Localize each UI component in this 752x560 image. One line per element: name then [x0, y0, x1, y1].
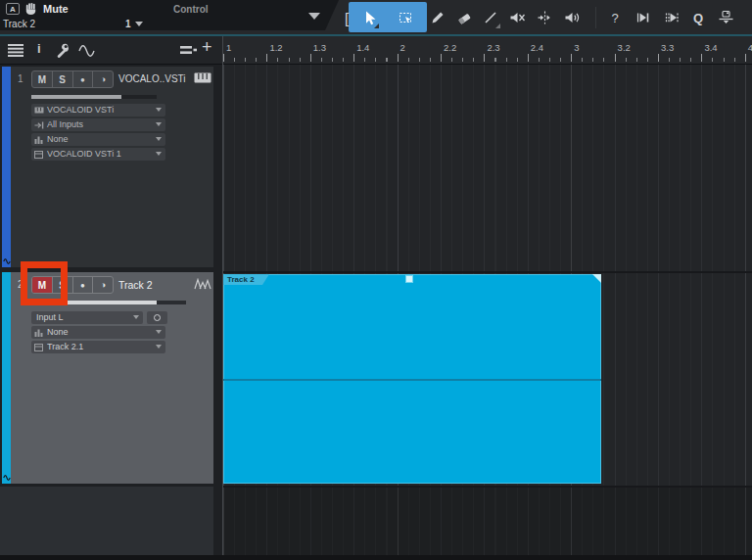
clip-selection-handle[interactable]: [405, 275, 413, 283]
automation-info-tab[interactable]: A Mute Track 2 1 Control: [0, 0, 339, 30]
track-lane-separator: [223, 271, 752, 273]
layout-icon[interactable]: [180, 45, 197, 56]
clip-name-label: Track 2: [227, 275, 255, 284]
channel-icon: [34, 151, 43, 159]
track2-color-strip: [2, 272, 11, 484]
chevron-down-icon: [156, 137, 162, 141]
line-tool-icon[interactable]: [478, 4, 503, 31]
audio-waveform-icon: [194, 278, 212, 290]
track1-channel-dropdown[interactable]: VOCALOID VSTi 1: [31, 148, 165, 161]
dropdown-label: VOCALOID VSTi: [47, 105, 114, 115]
track1-record-arm-button[interactable]: ●: [72, 71, 93, 87]
track2-name[interactable]: Track 2: [118, 279, 153, 291]
panel-arrange-divider[interactable]: [222, 36, 223, 555]
clip-track2[interactable]: Track 2: [223, 274, 601, 484]
circle-icon: [154, 314, 161, 321]
help-icon[interactable]: ?: [602, 4, 628, 31]
macro-icon[interactable]: [713, 4, 738, 31]
track1-volume-slider[interactable]: [31, 95, 157, 99]
track-lane-separator: [223, 486, 752, 488]
ruler-beat-ticks: [223, 54, 752, 62]
hand-icon: [24, 1, 38, 16]
listen-tool-icon[interactable]: [559, 4, 585, 31]
control-dropdown-caret-icon[interactable]: [308, 13, 320, 20]
ruler-label: 2.4: [531, 42, 543, 53]
track1-monitor-button[interactable]: ◑: [92, 71, 113, 87]
ruler-label: 2: [400, 42, 405, 53]
ruler-label: 1: [226, 42, 231, 53]
toolbar-separator: [595, 7, 596, 28]
keyboard-icon: [34, 107, 44, 114]
track2-output-dropdown[interactable]: None: [31, 326, 165, 339]
info-icon[interactable]: i: [37, 41, 41, 56]
chevron-down-icon: [156, 108, 162, 112]
track1-name[interactable]: VOCALO..VSTi: [118, 73, 186, 84]
quantize-icon[interactable]: Q: [685, 4, 711, 31]
add-track-icon[interactable]: +: [202, 37, 212, 58]
bottom-scrollbar[interactable]: [0, 555, 752, 560]
menu-icon[interactable]: [8, 44, 24, 57]
input-monitor-circle-button[interactable]: [147, 311, 167, 324]
meter-icon: [34, 136, 43, 144]
dropdown-label: All Inputs: [47, 119, 83, 129]
chevron-down-icon: [156, 345, 162, 349]
dropdown-label: Track 2.1: [47, 342, 83, 351]
track1-input-dropdown[interactable]: All Inputs: [31, 118, 165, 131]
track1-volume-fill: [31, 95, 121, 99]
control-label: Control: [173, 4, 209, 15]
track2-record-arm-button[interactable]: ●: [72, 277, 93, 293]
track2-channel-dropdown[interactable]: Track 2.1: [31, 341, 165, 353]
tool-corner-caret-icon: [495, 23, 500, 28]
chevron-down-icon: [133, 315, 139, 319]
automation-mode-label: Mute: [43, 3, 69, 15]
range-select-tool-icon[interactable]: [393, 4, 418, 31]
ruler-label: 1.2: [269, 42, 282, 53]
empty-track-list-area: [0, 487, 213, 555]
dropdown-label: None: [47, 134, 69, 144]
track1-automation-toggle-icon[interactable]: [2, 257, 11, 266]
take-number: 1: [125, 19, 131, 29]
erase-tool-icon[interactable]: [451, 4, 477, 31]
meter-icon: [34, 329, 43, 337]
track1-button-group: M S ● ◑: [31, 70, 114, 88]
timeline-ruler[interactable]: 11.21.31.422.22.32.433.23.33.44: [223, 36, 752, 65]
track1-solo-button[interactable]: S: [52, 71, 72, 87]
ruler-label: 3.3: [661, 42, 674, 53]
mute-tool-icon[interactable]: [504, 4, 530, 31]
track1-output-dropdown[interactable]: None: [31, 133, 165, 146]
daw-arrange-window: A Mute Track 2 1 Control [: [0, 0, 752, 560]
automation-badge: A: [6, 3, 20, 15]
autoscroll-icon[interactable]: [631, 4, 656, 31]
annotation-highlight: [21, 261, 68, 305]
dropdown-label: None: [47, 327, 69, 337]
track2-monitor-button[interactable]: ◑: [92, 277, 113, 293]
take-dropdown-caret-icon[interactable]: [135, 22, 143, 26]
track-header-1[interactable]: 1 M S ● ◑ VOCALO..VSTi: [0, 67, 213, 267]
track1-instrument-dropdown[interactable]: VOCALOID VSTi: [31, 104, 165, 117]
paint-tool-icon[interactable]: [425, 4, 450, 31]
chevron-down-icon: [156, 122, 162, 126]
wrench-icon[interactable]: [55, 43, 70, 58]
instrument-keyboard-icon: [194, 72, 212, 83]
follow-playhead-icon[interactable]: [659, 4, 684, 31]
clip-center-line: [223, 379, 601, 381]
automation-track-label: Track 2: [3, 19, 35, 29]
automation-curve-icon[interactable]: [78, 45, 97, 57]
ruler-label: 4: [748, 42, 752, 53]
track1-mute-button[interactable]: M: [32, 71, 52, 87]
ruler-label: 2.2: [444, 42, 456, 53]
input-arrow-icon: [34, 121, 44, 129]
bend-tool-icon[interactable]: [532, 4, 557, 31]
ruler-label: 3.4: [704, 42, 717, 53]
chevron-down-icon: [156, 330, 162, 334]
arrow-tool-icon[interactable]: [356, 4, 382, 31]
ruler-label: 3.2: [618, 42, 631, 53]
clip-name-tab: Track 2: [223, 274, 269, 285]
ruler-label: 2.3: [487, 42, 499, 53]
arrange-area[interactable]: Track 2: [223, 65, 752, 555]
channel-icon: [34, 344, 43, 351]
clip-fade-handle-icon[interactable]: [592, 274, 601, 283]
track2-automation-toggle-icon[interactable]: [2, 473, 11, 483]
track2-input-dropdown[interactable]: Input L: [31, 311, 143, 324]
ruler-label: 1.3: [313, 42, 326, 53]
